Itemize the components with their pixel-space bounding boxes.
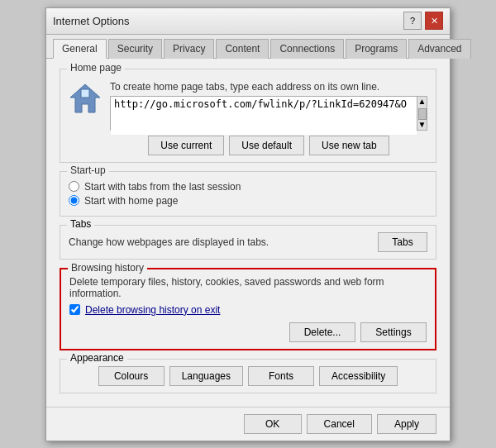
languages-button[interactable]: Languages: [169, 366, 243, 386]
svg-marker-0: [70, 84, 100, 112]
url-input-container: ▲ ▼: [110, 96, 427, 131]
startup-option2-label: Start with home page: [84, 195, 178, 207]
home-page-label: Home page: [67, 62, 125, 74]
home-page-description: To create home page tabs, type each addr…: [110, 81, 427, 93]
tab-general[interactable]: General: [53, 39, 107, 59]
dialog-footer: OK Cancel Apply: [46, 407, 450, 441]
tab-advanced[interactable]: Advanced: [408, 39, 470, 59]
title-bar: Internet Options ? ✕: [46, 8, 450, 35]
use-new-tab-button[interactable]: Use new tab: [309, 136, 389, 155]
close-button[interactable]: ✕: [425, 12, 443, 30]
startup-option1-row: Start with tabs from the last session: [69, 181, 427, 193]
startup-section: Start-up Start with tabs from the last s…: [60, 171, 436, 217]
delete-on-exit-checkbox[interactable]: [69, 304, 80, 315]
history-settings-button[interactable]: Settings: [360, 322, 427, 342]
browsing-history-description: Delete temporary files, history, cookies…: [69, 276, 427, 299]
tabs-change-section: Tabs Change how webpages are displayed i…: [60, 225, 436, 260]
use-current-button[interactable]: Use current: [148, 136, 224, 155]
startup-radio-2[interactable]: [69, 195, 79, 206]
delete-button[interactable]: Delete...: [289, 322, 355, 342]
delete-on-exit-row: Delete browsing history on exit: [69, 304, 427, 316]
url-scrollbar[interactable]: ▲ ▼: [417, 97, 427, 130]
tab-privacy[interactable]: Privacy: [164, 39, 214, 59]
home-page-right: To create home page tabs, type each addr…: [110, 81, 427, 155]
close-icon: ✕: [431, 16, 438, 26]
help-icon: ?: [410, 16, 415, 26]
apply-button[interactable]: Apply: [377, 414, 436, 434]
house-icon: [69, 83, 102, 114]
tabs-description: Change how webpages are displayed in tab…: [69, 236, 269, 248]
ok-button[interactable]: OK: [244, 414, 302, 434]
help-button[interactable]: ?: [403, 12, 422, 30]
accessibility-button[interactable]: Accessibility: [319, 366, 398, 386]
appearance-buttons: Colours Languages Fonts Accessibility: [69, 366, 427, 386]
title-bar-left: Internet Options: [53, 15, 130, 27]
tab-programs[interactable]: Programs: [346, 39, 407, 59]
home-url-input[interactable]: [111, 97, 417, 135]
browsing-history-buttons: Delete... Settings: [69, 322, 427, 342]
cancel-button[interactable]: Cancel: [307, 414, 372, 434]
startup-option1-label: Start with tabs from the last session: [84, 181, 241, 193]
appearance-section: Appearance Colours Languages Fonts Acces…: [60, 359, 436, 393]
startup-option2-row: Start with home page: [69, 195, 427, 207]
tab-content[interactable]: Content: [216, 39, 269, 59]
delete-on-exit-label: Delete browsing history on exit: [85, 304, 220, 316]
startup-radio-1[interactable]: [69, 181, 79, 192]
tabs-button[interactable]: Tabs: [378, 232, 427, 252]
fonts-button[interactable]: Fonts: [248, 366, 314, 386]
home-page-buttons: Use current Use default Use new tab: [110, 136, 427, 155]
tabs-bar: General Security Privacy Content Connect…: [46, 35, 450, 59]
tab-connections[interactable]: Connections: [270, 39, 344, 59]
title-bar-right: ? ✕: [403, 12, 443, 30]
tab-security[interactable]: Security: [108, 39, 162, 59]
browsing-history-section: Browsing history Delete temporary files,…: [60, 268, 436, 350]
dialog-title: Internet Options: [53, 15, 130, 27]
browsing-history-label: Browsing history: [68, 262, 147, 274]
dialog-content: Home page To create home page tabs, type…: [46, 59, 450, 407]
colours-button[interactable]: Colours: [98, 366, 165, 386]
use-default-button[interactable]: Use default: [229, 136, 304, 155]
home-page-section: Home page To create home page tabs, type…: [60, 69, 436, 163]
tabs-section-label: Tabs: [67, 218, 94, 230]
startup-label: Start-up: [67, 164, 109, 176]
appearance-label: Appearance: [67, 352, 127, 364]
svg-rect-1: [81, 89, 89, 98]
internet-options-dialog: Internet Options ? ✕ General Security Pr…: [45, 7, 451, 441]
